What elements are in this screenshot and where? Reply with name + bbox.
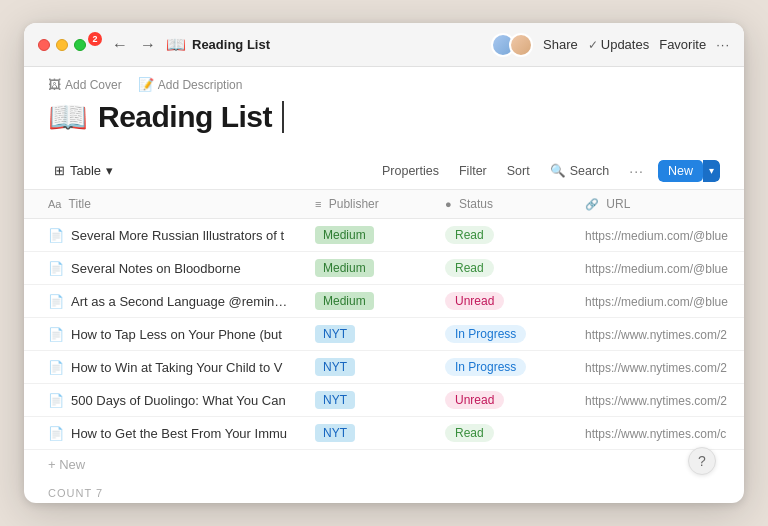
row-title: How to Get the Best From Your Immu (71, 426, 287, 441)
cursor (282, 101, 284, 133)
status-badge: Unread (445, 292, 504, 310)
col-header-title: Aa Title (24, 190, 303, 219)
help-button[interactable]: ? (688, 447, 716, 475)
status-badge: In Progress (445, 358, 526, 376)
table-row[interactable]: 📄How to Tap Less on Your Phone (butNYTIn… (24, 318, 744, 351)
status-badge: In Progress (445, 325, 526, 343)
data-table: Aa Title ≡ Publisher ● Status (24, 190, 744, 450)
forward-button[interactable]: → (136, 34, 160, 56)
row-url: https://www.nytimes.com/c (573, 417, 744, 450)
status-badge: Unread (445, 391, 504, 409)
table-icon: ⊞ (54, 163, 65, 178)
publisher-tag: NYT (315, 424, 355, 442)
titlebar-actions: Share ✓ Updates Favorite ··· (491, 33, 730, 57)
col-header-publisher: ≡ Publisher (303, 190, 433, 219)
view-toolbar: ⊞ Table ▾ Properties Filter Sort 🔍 Searc… (24, 152, 744, 190)
new-dropdown-button[interactable]: ▾ (703, 160, 720, 182)
publisher-tag: Medium (315, 259, 374, 277)
url-text: https://medium.com/@blue (585, 262, 728, 276)
publisher-col-icon: ≡ (315, 198, 321, 210)
notification-badge: 2 (88, 32, 102, 46)
avatar-2 (509, 33, 533, 57)
status-col-icon: ● (445, 198, 452, 210)
doc-icon: 📄 (48, 294, 64, 309)
titlebar: 2 ← → 📖 Reading List Share ✓ Updates Fav… (24, 23, 744, 67)
row-status: Unread (433, 285, 573, 318)
table-row[interactable]: 📄500 Days of Duolingo: What You CanNYTUn… (24, 384, 744, 417)
row-title: Several Notes on Bloodborne (71, 261, 241, 276)
row-status: In Progress (433, 351, 573, 384)
row-status: Unread (433, 384, 573, 417)
filter-button[interactable]: Filter (453, 160, 493, 182)
maximize-button[interactable] (74, 39, 86, 51)
url-text: https://www.nytimes.com/2 (585, 328, 727, 342)
publisher-tag: NYT (315, 325, 355, 343)
publisher-tag: Medium (315, 292, 374, 310)
status-badge: Read (445, 424, 494, 442)
row-status: Read (433, 219, 573, 252)
row-status: In Progress (433, 318, 573, 351)
minimize-button[interactable] (56, 39, 68, 51)
row-title: How to Tap Less on Your Phone (but (71, 327, 282, 342)
page-title-row: 📖 Reading List (48, 98, 720, 136)
avatar-group (491, 33, 533, 57)
doc-icon: 📄 (48, 261, 64, 276)
more-options-button[interactable]: ··· (716, 37, 730, 52)
add-cover-button[interactable]: 🖼 Add Cover (48, 77, 122, 92)
table-row[interactable]: 📄Several More Russian Illustrators of tM… (24, 219, 744, 252)
row-url: https://www.nytimes.com/2 (573, 318, 744, 351)
table-view-button[interactable]: ⊞ Table ▾ (48, 159, 119, 182)
table-row[interactable]: 📄How to Win at Taking Your Child to VNYT… (24, 351, 744, 384)
checkmark-icon: ✓ (588, 38, 598, 52)
url-text: https://medium.com/@blue (585, 229, 728, 243)
url-text: https://www.nytimes.com/c (585, 427, 726, 441)
row-publisher: Medium (303, 252, 433, 285)
doc-icon: 📄 (48, 393, 64, 408)
url-text: https://www.nytimes.com/2 (585, 361, 727, 375)
new-button-group: New ▾ (658, 160, 720, 182)
status-badge: Read (445, 226, 494, 244)
doc-icon: 📄 (48, 360, 64, 375)
new-button[interactable]: New (658, 160, 703, 182)
url-col-icon: 🔗 (585, 198, 599, 210)
table-header-row: Aa Title ≡ Publisher ● Status (24, 190, 744, 219)
page-content: 🖼 Add Cover 📝 Add Description 📖 Reading … (24, 67, 744, 503)
window-title: Reading List (192, 37, 270, 52)
row-status: Read (433, 417, 573, 450)
row-url: https://medium.com/@blue (573, 285, 744, 318)
search-icon: 🔍 (550, 163, 566, 178)
table-row[interactable]: 📄Several Notes on BloodborneMediumReadht… (24, 252, 744, 285)
sort-button[interactable]: Sort (501, 160, 536, 182)
more-toolbar-button[interactable]: ··· (623, 159, 650, 183)
row-url: https://www.nytimes.com/2 (573, 384, 744, 417)
updates-button[interactable]: ✓ Updates (588, 37, 649, 52)
row-title: Several More Russian Illustrators of t (71, 228, 284, 243)
text-icon: 📝 (138, 77, 154, 92)
table-row[interactable]: 📄How to Get the Best From Your ImmuNYTRe… (24, 417, 744, 450)
page-icon: 📖 (166, 35, 186, 54)
properties-button[interactable]: Properties (376, 160, 445, 182)
url-text: https://medium.com/@blue (585, 295, 728, 309)
table-row[interactable]: 📄Art as a Second Language @remind sMediu… (24, 285, 744, 318)
col-header-status: ● Status (433, 190, 573, 219)
publisher-tag: NYT (315, 358, 355, 376)
row-title: Art as a Second Language @remind s (71, 294, 291, 309)
image-icon: 🖼 (48, 77, 61, 92)
row-title: 500 Days of Duolingo: What You Can (71, 393, 286, 408)
traffic-lights: 2 (38, 38, 106, 52)
favorite-button[interactable]: Favorite (659, 37, 706, 52)
search-button[interactable]: 🔍 Search (544, 159, 616, 182)
close-button[interactable] (38, 39, 50, 51)
nav-buttons: ← → (108, 34, 160, 56)
row-title: How to Win at Taking Your Child to V (71, 360, 283, 375)
add-row-label: + New (48, 457, 85, 472)
share-button[interactable]: Share (543, 37, 578, 52)
back-button[interactable]: ← (108, 34, 132, 56)
url-text: https://www.nytimes.com/2 (585, 394, 727, 408)
add-description-button[interactable]: 📝 Add Description (138, 77, 243, 92)
row-publisher: NYT (303, 417, 433, 450)
publisher-tag: NYT (315, 391, 355, 409)
add-row-area[interactable]: + New (24, 450, 744, 479)
row-publisher: NYT (303, 351, 433, 384)
count-row: COUNT 7 (24, 479, 744, 503)
